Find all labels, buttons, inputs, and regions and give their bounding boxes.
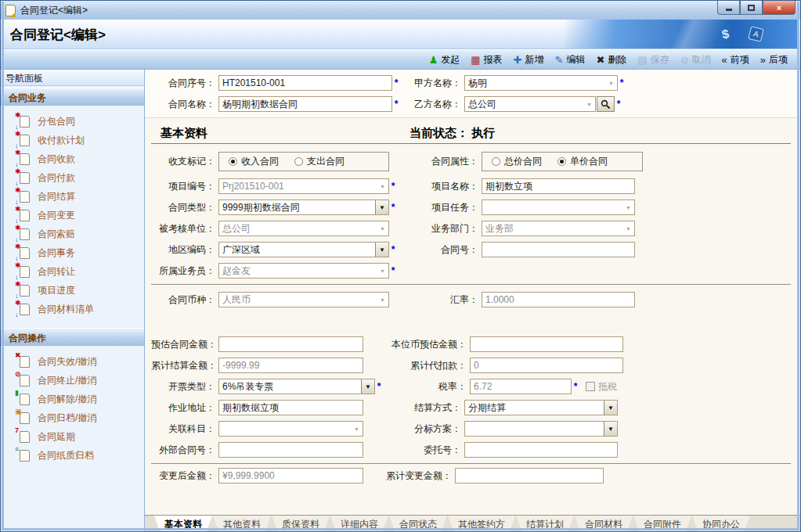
settle-method-combo[interactable]: ▼ [464,400,618,415]
section-contract-operations[interactable]: 合同操作 [1,328,144,346]
tab-details[interactable]: 详细内容 [330,516,388,531]
project-name-label: 项目名称： [403,180,482,193]
invoice-type-combo[interactable]: ▼ [218,379,375,394]
keyboard-key-glyph: A [748,26,764,42]
work-address-input[interactable] [218,400,363,415]
sidebar-item-contract-affairs[interactable]: ✱↓合同事务 [1,243,144,262]
sidebar-item-contract-settlement[interactable]: ✱↓合同结算 [1,187,144,206]
party-b-value [465,97,583,111]
sidebar-item-subcontract[interactable]: ✱↓分包合同 [1,112,144,131]
current-status: 当前状态： 执行 [410,126,495,141]
sidebar-item-contract-paper-archive[interactable]: ≡合同纸质归档 [1,446,144,465]
subcontract-icon: ✱↓ [20,116,30,128]
receipt-payment-plan-icon: ✱↓ [20,135,30,146]
tab-settlement-plan[interactable]: 结算计划 [516,516,574,531]
sidebar-item-label: 合同转让 [38,265,75,279]
sidebar-item-contract-rescind[interactable]: ▮合同解除/撤消 [1,390,144,408]
navigation-panel: 导航面板 合同业务 ✱↓分包合同✱↓收付款计划✱↓合同收款✱↓合同付款✱↓合同结… [1,70,145,531]
form-content: 合同序号： * 甲方名称： ▼ * 合同名称： * [145,70,800,531]
contract-type-combo[interactable]: ▼ [218,200,389,215]
chevron-down-icon[interactable]: ▼ [361,379,374,394]
base-est-amount-label: 本位币预估金额： [371,338,470,351]
sidebar-item-contract-change[interactable]: ✱↓合同变更 [1,206,144,225]
sidebar-item-contract-invalidate[interactable]: ✖合同失效/撤消 [1,352,144,371]
sidebar-item-contract-transfer[interactable]: ✱↓合同转让 [1,262,144,281]
chevron-down-icon[interactable]: ▼ [604,401,617,415]
tab-contract-attachments[interactable]: 合同附件 [633,516,691,531]
contract-no-input[interactable] [482,242,635,257]
sidebar-item-contract-extension[interactable]: 7合同延期 [1,427,144,446]
close-button[interactable]: × [763,1,796,15]
sidebar-item-label: 合同收款 [38,153,75,166]
toolbar-edit-button[interactable]: ✎编辑 [550,52,590,68]
toolbar-save-label: 保存 [651,53,669,66]
radio-icon [294,157,303,166]
toolbar-initiate-button[interactable]: ♟发起 [424,52,465,68]
sidebar-item-contract-payment[interactable]: ✱↓合同付款 [1,168,144,187]
est-amount-input[interactable] [218,336,363,352]
form-divider [151,284,791,285]
contract-change-icon: ✱↓ [20,210,30,221]
toolbar-previous-button[interactable]: «前项 [717,52,754,68]
radio-total-price-contract[interactable]: 总价合同 [492,155,542,168]
required-mark: * [572,381,579,392]
region-code-combo[interactable]: ▼ [218,242,389,257]
dollar-glyph: $ [721,27,731,41]
party-b-search-button[interactable] [597,96,615,112]
contract-attr-label: 合同属性： [403,155,482,168]
bid-plan-combo[interactable]: ▼ [464,421,618,437]
project-name-input[interactable] [482,178,635,194]
radio-income-contract[interactable]: 收入合同 [229,155,279,168]
chevron-down-icon: ▼ [583,97,595,111]
sidebar-item-contract-claim[interactable]: ✱↓合同索赔 [1,225,144,243]
initiate-icon: ♟ [429,55,438,65]
chevron-down-icon[interactable]: ▼ [604,422,617,436]
minimize-button[interactable] [717,1,740,15]
party-b-combo[interactable]: ▼ [464,96,596,112]
tab-contract-status[interactable]: 合同状态 [389,516,447,531]
sidebar-item-label: 合同终止/撤消 [38,374,96,387]
sidebar-item-contract-receipt[interactable]: ✱↓合同收款 [1,149,144,168]
section-contract-business[interactable]: 合同业务 [1,88,144,106]
toolbar-next-button[interactable]: »后项 [756,52,792,68]
sidebar-item-receipt-payment-plan[interactable]: ✱↓收付款计划 [1,131,144,149]
toolbar-next-label: 后项 [769,53,788,66]
sidebar-item-label: 合同归档/撤消 [38,412,96,425]
sidebar-item-contract-material-list[interactable]: ✱↓合同材料清单 [1,300,144,318]
party-a-combo[interactable]: ▼ [464,75,618,91]
tab-other-signatories[interactable]: 其他签约方 [448,516,515,531]
toolbar-add-button[interactable]: ✚新增 [509,52,549,68]
tab-collaborative-office[interactable]: 协同办公 [692,516,750,531]
sidebar-item-project-progress[interactable]: ✱↓项目进度 [1,281,144,300]
form-divider [151,463,791,464]
radio-expense-contract[interactable]: 支出合同 [294,155,345,168]
spacer [145,313,800,336]
region-code-label: 地区编码： [151,243,218,257]
tab-basic-info[interactable]: 基本资料 [154,516,212,531]
sidebar-item-label: 合同索赔 [38,228,75,241]
settle-method-label: 结算方式： [371,401,464,415]
base-est-amount-input[interactable] [470,336,623,352]
save-icon: ▤ [637,55,647,65]
toolbar-delete-button[interactable]: ✖删除 [591,52,631,68]
contract-name-input[interactable] [218,96,392,112]
header-band: $ A 合同登记<编辑> [1,20,800,49]
external-contract-no-input[interactable] [218,442,363,458]
entrust-no-input[interactable] [464,442,618,458]
contract-serial-input[interactable] [218,75,392,91]
chevron-down-icon: ▼ [605,76,617,90]
toolbar-report-button[interactable]: ▦报表 [466,52,507,68]
tab-warranty-info[interactable]: 质保资料 [272,516,330,531]
entrust-no-label: 委托号： [371,444,464,457]
tab-other-info[interactable]: 其他资料 [213,516,271,531]
chevron-down-icon[interactable]: ▼ [375,243,388,257]
change-total-input[interactable] [455,468,604,483]
sidebar-item-contract-terminate[interactable]: ⊘合同终止/撤消 [1,371,144,390]
project-task-combo: ▼ [482,200,635,215]
sidebar-item-contract-archive[interactable]: ▣合同归档/撤消 [1,408,144,427]
radio-unit-price-contract[interactable]: 单价合同 [557,155,608,168]
form-fields: 合同序号： * 甲方名称： ▼ * 合同名称： * [145,70,800,515]
tab-contract-materials[interactable]: 合同材料 [575,516,633,531]
maximize-button[interactable] [740,1,763,15]
chevron-down-icon[interactable]: ▼ [375,200,388,214]
